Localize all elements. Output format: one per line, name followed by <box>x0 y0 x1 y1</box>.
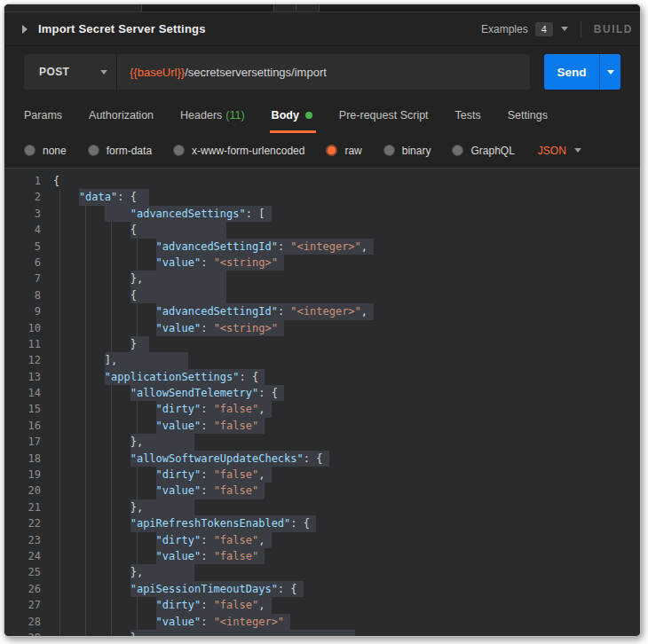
token-p: { <box>130 224 137 236</box>
code-line: 5"advancedSettingId": "<integer>", <box>4 239 640 255</box>
code-text: "dirty": "false", <box>156 597 272 613</box>
tab-label: Tests <box>455 109 481 122</box>
tab-label: Pre-request Script <box>339 109 429 122</box>
code-text: "advancedSettingId": "<integer>", <box>156 239 375 255</box>
tab-authorization[interactable]: Authorization <box>89 98 154 133</box>
line-number: 12 <box>4 352 41 368</box>
token-s: "false" <box>214 599 259 611</box>
code-text: "applicationSettings": { <box>105 369 265 385</box>
code-editor[interactable]: 1{2"data": { 3 "advancedSettings": [ 4{ … <box>4 169 640 636</box>
url-input[interactable]: {{baseUrl}}/secretserversettings/import <box>117 66 530 79</box>
language-select[interactable]: JSON <box>538 145 581 157</box>
indent-guides <box>53 614 156 630</box>
token-s: "false" <box>214 468 259 481</box>
token-p: , <box>361 240 367 253</box>
indent-guides <box>53 483 156 499</box>
code-text: { <box>130 222 226 238</box>
body-type-x-www-form-urlencoded[interactable]: x-www-form-urlencoded <box>173 145 304 157</box>
url-path: /secretserversettings/import <box>185 66 327 79</box>
line-number: 13 <box>4 369 41 385</box>
tab-settings[interactable]: Settings <box>508 98 548 133</box>
radio-icon <box>24 145 36 156</box>
method-label: POST <box>39 66 69 78</box>
token-p: }, <box>130 436 143 448</box>
line-number: 27 <box>4 597 41 613</box>
code-text: "value": "<string>" <box>156 320 285 336</box>
examples-dropdown[interactable]: Examples 4 <box>481 22 568 36</box>
token-s: "false" <box>214 420 259 432</box>
code-line: 10"value": "<string>" <box>4 320 640 336</box>
line-number: 18 <box>4 451 41 467</box>
method-select[interactable]: POST <box>24 54 116 90</box>
token-p: { <box>130 289 137 302</box>
token-p: ], <box>105 354 117 366</box>
tab-tests[interactable]: Tests <box>455 98 481 133</box>
tab-body[interactable]: Body <box>272 98 312 133</box>
token-p: : <box>201 256 213 269</box>
token-p: : { <box>117 191 137 203</box>
indent-guides <box>53 222 130 238</box>
send-button[interactable]: Send <box>544 54 599 90</box>
indent-guides <box>53 336 130 352</box>
radio-label: form-data <box>107 145 152 157</box>
indent-guides <box>53 434 130 450</box>
language-label: JSON <box>538 145 566 157</box>
radio-label: none <box>43 145 67 157</box>
token-p: : <box>201 484 213 497</box>
chevron-down-icon <box>561 27 568 31</box>
body-type-form-data[interactable]: form-data <box>88 145 152 157</box>
indent-guides <box>53 189 79 205</box>
token-p: : <box>201 616 213 628</box>
tab-params[interactable]: Params <box>24 98 62 133</box>
tab-headers[interactable]: Headers(11) <box>180 98 245 133</box>
token-p: : [ <box>246 208 265 220</box>
radio-label: GraphQL <box>470 145 514 157</box>
token-s: "<integer>" <box>290 240 360 253</box>
tab-label: Authorization <box>89 109 154 122</box>
token-k: "allowSendTelemetry" <box>130 387 259 399</box>
token-p: : <box>278 305 290 318</box>
code-text: }, <box>130 434 194 450</box>
body-type-none[interactable]: none <box>24 145 67 157</box>
tab-pre-request-script[interactable]: Pre-request Script <box>339 98 429 133</box>
line-number: 21 <box>4 499 41 515</box>
code-text: { <box>130 287 226 303</box>
send-options-button[interactable] <box>599 54 620 90</box>
token-k: "value" <box>156 420 202 432</box>
indent-guides <box>53 499 130 515</box>
request-tabs: ParamsAuthorizationHeaders(11)BodyPre-re… <box>4 98 640 133</box>
token-p: : { <box>278 583 297 595</box>
token-k: "dirty" <box>156 403 202 415</box>
indent-guides <box>53 451 130 467</box>
workspace-tab-small[interactable] <box>273 4 296 12</box>
token-p: : { <box>290 517 310 530</box>
body-type-raw[interactable]: raw <box>326 145 361 157</box>
token-p: : <box>201 322 213 334</box>
token-p: : { <box>304 452 323 465</box>
workspace-tab[interactable] <box>4 4 142 12</box>
line-number: 24 <box>4 548 41 564</box>
line-number: 6 <box>4 255 41 271</box>
workspace-tab-small[interactable] <box>296 4 320 12</box>
body-type-binary[interactable]: binary <box>383 145 431 157</box>
code-line: 19"dirty": "false", <box>4 467 640 483</box>
request-window: Import Secret Server Settings Examples 4… <box>4 4 641 637</box>
line-number: 25 <box>4 564 41 580</box>
radio-icon <box>452 145 463 156</box>
indent-guides <box>53 320 156 336</box>
collapse-caret-icon[interactable] <box>22 25 28 34</box>
token-k: "value" <box>156 616 202 628</box>
body-type-graphql[interactable]: GraphQL <box>452 145 514 157</box>
indent-guides <box>53 303 156 319</box>
line-number: 20 <box>4 483 41 499</box>
token-s: "<string>" <box>214 256 278 269</box>
code-text: ], <box>105 352 188 368</box>
token-p: : { <box>240 371 259 383</box>
indent-guides <box>53 255 156 271</box>
token-p: }, <box>130 566 143 578</box>
indent-guides <box>53 401 156 417</box>
code-line: 25}, <box>4 564 640 580</box>
code-text: "value": "false" <box>156 483 265 499</box>
code-line: 6"value": "<string>" <box>4 255 640 271</box>
token-k: "value" <box>156 256 202 269</box>
